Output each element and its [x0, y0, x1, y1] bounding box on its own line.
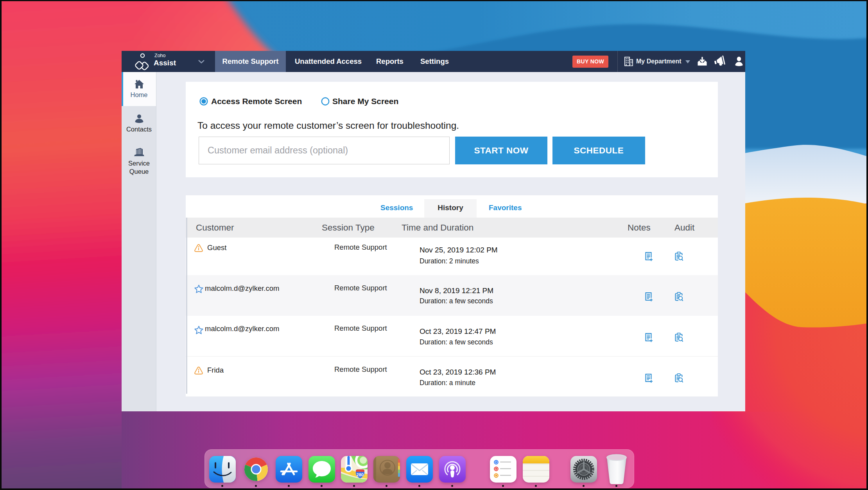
svg-text:280: 280: [357, 472, 364, 477]
